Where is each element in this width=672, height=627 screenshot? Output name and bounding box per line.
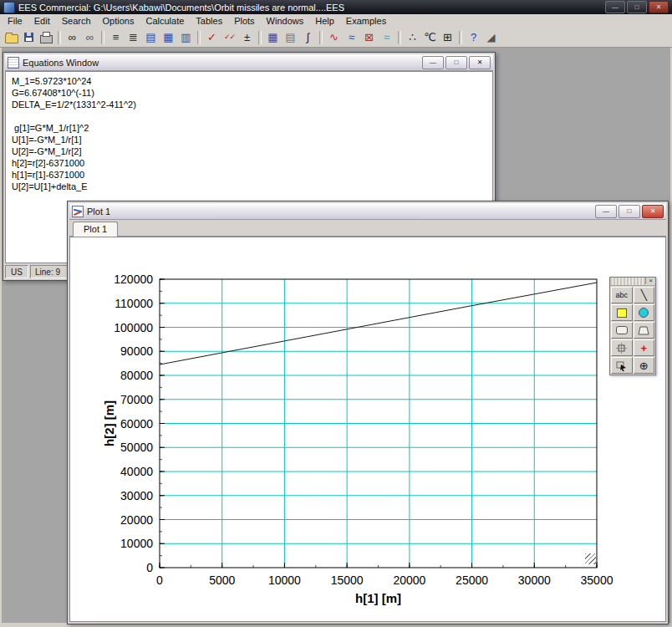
plot-tool-palette: × abc ╲ + <box>609 277 656 375</box>
formatted-equations-icon[interactable]: ≣ <box>125 29 142 45</box>
plot-window-titlebar[interactable]: Plot 1 — □ ✕ <box>69 203 666 220</box>
menu-item-windows[interactable]: Windows <box>261 16 310 26</box>
open-file-icon[interactable] <box>3 29 20 45</box>
residuals-window-icon[interactable]: ▥ <box>177 29 195 45</box>
rectangle-tool-button[interactable] <box>611 304 633 321</box>
search-icon[interactable]: ∞ <box>64 29 81 45</box>
polygon-tool-icon <box>638 326 649 335</box>
plot-maximize-button[interactable]: □ <box>619 205 640 218</box>
pointer-tool-icon <box>616 360 627 371</box>
menu-item-help[interactable]: Help <box>309 16 340 26</box>
solve-icon[interactable]: ✓ <box>203 29 221 45</box>
toolbar-separator <box>258 31 262 44</box>
open-file-icon <box>5 34 18 43</box>
integral-table-icon[interactable]: ∫ <box>299 29 317 45</box>
y-tick-label: 40000 <box>120 465 153 478</box>
units-icon[interactable]: ℃ <box>421 29 439 45</box>
solution-window-icon[interactable]: ▤ <box>142 29 160 45</box>
print-icon[interactable] <box>38 29 55 45</box>
zoom-tool-button[interactable]: ⊕ <box>634 357 655 374</box>
equation-line: DELTA_E=1/2*(1331^2-411^2) <box>12 99 492 110</box>
zoom-tool-icon: ⊕ <box>639 359 649 372</box>
plot-tab-bar: Plot 1 <box>69 220 666 237</box>
menu-item-options[interactable]: Options <box>97 16 140 26</box>
equation-line: h[2]=r[2]-6371000 <box>12 157 492 169</box>
equation-line: U[2]=-G*M_1/r[2] <box>12 145 492 157</box>
menu-item-examples[interactable]: Examples <box>340 16 392 26</box>
equations-minimize-button[interactable]: — <box>422 56 444 69</box>
solve-table-icon[interactable]: ✓✓ <box>221 29 238 45</box>
help-icon[interactable]: ? <box>465 29 482 45</box>
palette-drag-handle[interactable]: × <box>610 278 655 286</box>
tab-plot-1[interactable]: Plot 1 <box>73 222 118 237</box>
close-button[interactable]: ✕ <box>649 1 669 13</box>
search-next-icon[interactable]: ∞ <box>81 29 99 45</box>
new-plot-icon[interactable]: ∿ <box>325 29 343 45</box>
text-tool-label: abc <box>615 291 628 299</box>
y-tick-label: 60000 <box>120 417 153 431</box>
window-title: EES Commercial: G:\Users\Kabawi\Document… <box>18 3 344 13</box>
equation-line: G=6.67408*10^(-11) <box>12 87 492 99</box>
polygon-tool-button[interactable] <box>634 322 655 339</box>
rounded-rect-tool-button[interactable] <box>611 322 633 339</box>
y-tick-label: 100000 <box>114 321 153 334</box>
plot-client-area: 0500010000150002000025000300003500001000… <box>69 237 666 622</box>
palette-close-icon[interactable]: × <box>645 278 655 284</box>
print-icon <box>40 35 53 43</box>
line-tool-button[interactable]: ╲ <box>634 287 655 303</box>
plot-resize-grip[interactable] <box>585 553 596 564</box>
toolbar-separator <box>58 31 61 44</box>
crosshair-tool-icon: + <box>640 342 647 354</box>
y-tick-label: 70000 <box>120 393 153 406</box>
text-tool-button[interactable]: abc <box>611 287 633 303</box>
save-icon <box>24 33 33 42</box>
toolbar-separator <box>398 31 401 44</box>
ellipse-tool-button[interactable] <box>634 304 655 321</box>
equation-line: U[2]=U[1]+delta_E <box>12 181 492 192</box>
maximize-button[interactable]: □ <box>627 1 647 13</box>
move-tool-icon <box>616 343 627 354</box>
x-tick-label: 0 <box>156 573 163 587</box>
plot-close-button[interactable]: ✕ <box>642 205 664 218</box>
property-plot-icon[interactable]: ≈ <box>378 29 395 45</box>
y-axis-title: h[2] [m] <box>102 400 116 446</box>
plot-window-icon <box>72 206 84 217</box>
equation-line <box>12 110 492 122</box>
menu-item-plots[interactable]: Plots <box>228 16 260 26</box>
curve-fit-icon[interactable]: ∴ <box>404 29 421 45</box>
menu-item-tables[interactable]: Tables <box>190 16 228 26</box>
menu-item-search[interactable]: Search <box>56 16 97 26</box>
menu-item-edit[interactable]: Edit <box>28 16 56 26</box>
x-tick-label: 15000 <box>331 573 364 587</box>
overlay-plot-icon[interactable]: ≈ <box>343 29 360 45</box>
move-tool-button[interactable] <box>611 339 633 356</box>
lookup-table-icon[interactable]: ▤ <box>282 29 299 45</box>
equations-window-controls: — □ ✕ <box>422 56 491 69</box>
min-max-icon[interactable]: ± <box>238 29 256 45</box>
equations-close-button[interactable]: ✕ <box>469 56 491 69</box>
plot-minimize-button[interactable]: — <box>595 205 617 218</box>
x-axis-title: h[1] [m] <box>355 591 401 605</box>
y-tick-label: 0 <box>146 561 153 574</box>
minimize-button[interactable]: — <box>605 1 625 13</box>
plot-canvas: 0500010000150002000025000300003500001000… <box>70 237 665 620</box>
equations-window-titlebar[interactable]: Equations Window — □ ✕ <box>5 54 493 71</box>
unit-system-indicator[interactable]: US <box>5 265 28 278</box>
save-icon[interactable] <box>20 29 38 45</box>
ellipse-tool-icon <box>639 308 649 318</box>
parametric-table-icon[interactable]: ▦ <box>264 29 282 45</box>
calculator-icon[interactable]: ⊞ <box>439 29 456 45</box>
window-controls: — □ ✕ <box>605 1 670 13</box>
arrays-window-icon[interactable]: ▦ <box>160 29 177 45</box>
equations-window-icon[interactable]: ≡ <box>107 29 125 45</box>
equations-maximize-button[interactable]: □ <box>445 56 467 69</box>
menu-item-calculate[interactable]: Calculate <box>140 16 190 26</box>
toolbar-separator <box>319 31 323 44</box>
pointer-tool-button[interactable] <box>611 357 633 374</box>
axe-icon[interactable]: ◢ <box>482 29 500 45</box>
modify-plot-icon[interactable]: ⊠ <box>360 29 378 45</box>
menu-item-file[interactable]: File <box>2 16 28 26</box>
plot-window[interactable]: Plot 1 — □ ✕ Plot 1 05000100001500020000… <box>67 201 669 624</box>
title-bar[interactable]: EES Commercial: G:\Users\Kabawi\Document… <box>0 0 672 14</box>
crosshair-tool-button[interactable]: + <box>634 339 655 356</box>
